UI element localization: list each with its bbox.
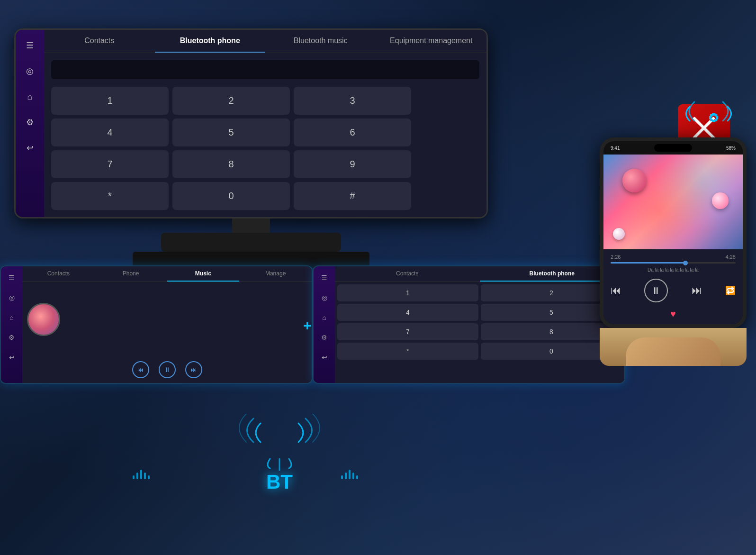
phone-time-bar: 2:26 4:28 bbox=[611, 254, 736, 260]
main-monitor: ☰ ◎ ⌂ ⚙ ↩ Contacts Bluetooth phone Bluet… bbox=[14, 28, 488, 268]
sidebar-back-icon[interactable]: ↩ bbox=[21, 139, 38, 156]
br-menu-icon[interactable]: ☰ bbox=[318, 271, 331, 284]
bl-tab-music[interactable]: Music bbox=[167, 266, 240, 282]
keypad-grid: 1 2 3 4 5 6 7 8 9 * 0 # bbox=[51, 87, 411, 210]
key-1[interactable]: 1 bbox=[51, 87, 169, 115]
plus-sign: + bbox=[303, 318, 312, 334]
sidebar-menu-icon[interactable]: ☰ bbox=[21, 37, 38, 54]
br-tab-contacts[interactable]: Contacts bbox=[335, 266, 480, 282]
main-content-area: Contacts Bluetooth phone Bluetooth music… bbox=[44, 30, 486, 217]
stand-base bbox=[161, 233, 341, 252]
phone-prev-button[interactable]: ⏮ bbox=[611, 284, 621, 297]
bl-menu-icon[interactable]: ☰ bbox=[5, 271, 18, 284]
phone-next-button[interactable]: ⏭ bbox=[692, 284, 702, 297]
br-key-7[interactable]: 7 bbox=[337, 323, 478, 340]
bl-tab-manage[interactable]: Manage bbox=[239, 266, 312, 282]
bottom-right-tab-bar: Contacts Bluetooth phone bbox=[335, 266, 624, 282]
phone-status-bar: 9:41 58% bbox=[603, 141, 743, 155]
music-area bbox=[22, 282, 312, 356]
key-star[interactable]: * bbox=[51, 182, 169, 210]
br-camera-icon[interactable]: ◎ bbox=[318, 291, 331, 304]
tab-equipment-management[interactable]: Equipment management bbox=[376, 30, 487, 53]
key-5[interactable]: 5 bbox=[172, 118, 290, 146]
tab-bluetooth-music[interactable]: Bluetooth music bbox=[265, 30, 376, 53]
pause-button[interactable]: ⏸ bbox=[159, 361, 176, 378]
next-button[interactable]: ⏭ bbox=[185, 361, 202, 378]
sidebar-settings-icon[interactable]: ⚙ bbox=[21, 114, 38, 131]
bl-home-icon[interactable]: ⌂ bbox=[5, 311, 18, 324]
monitor-stand bbox=[14, 218, 488, 268]
key-6[interactable]: 6 bbox=[294, 118, 411, 146]
phone-controls: ⏮ ⏸ ⏭ 🔁 bbox=[611, 276, 736, 305]
bt-label: BT bbox=[266, 471, 293, 493]
phone-heart-icon[interactable]: ♥ bbox=[670, 309, 676, 319]
main-sidebar: ☰ ◎ ⌂ ⚙ ↩ bbox=[16, 30, 44, 217]
tab-bluetooth-phone[interactable]: Bluetooth phone bbox=[155, 30, 266, 53]
phone-frame: 9:41 58% 2:26 4:28 Da la la la la la la … bbox=[600, 137, 747, 328]
lyrics-text: Da la la la la la la la la la bbox=[611, 267, 736, 273]
phone-repeat-icon[interactable]: 🔁 bbox=[725, 285, 736, 296]
progress-fill bbox=[611, 262, 685, 264]
vertical-signal-left bbox=[133, 470, 150, 479]
main-tab-bar: Contacts Bluetooth phone Bluetooth music… bbox=[44, 30, 486, 53]
hand-area bbox=[600, 328, 747, 366]
keypad-area: 1 2 3 4 5 6 7 8 9 * 0 # bbox=[44, 53, 486, 217]
phone-input-display bbox=[51, 60, 479, 79]
bl-settings-icon[interactable]: ⚙ bbox=[5, 331, 18, 344]
key-9[interactable]: 9 bbox=[294, 150, 411, 178]
br-back-icon[interactable]: ↩ bbox=[318, 351, 331, 364]
phone-album-art bbox=[603, 155, 743, 249]
br-key-4[interactable]: 4 bbox=[337, 304, 478, 321]
bottom-right-sidebar: ☰ ◎ ⌂ ⚙ ↩ bbox=[314, 266, 335, 383]
phone-battery: 58% bbox=[726, 146, 736, 151]
bl-tab-phone[interactable]: Phone bbox=[95, 266, 167, 282]
key-hash[interactable]: # bbox=[294, 182, 411, 210]
sidebar-camera-icon[interactable]: ◎ bbox=[21, 63, 38, 80]
tab-contacts[interactable]: Contacts bbox=[44, 30, 155, 53]
key-2[interactable]: 2 bbox=[172, 87, 290, 115]
progress-dot bbox=[683, 261, 688, 265]
bottom-left-main: Contacts Phone Music Manage ⏮ ⏸ ⏭ bbox=[22, 266, 312, 383]
album-art bbox=[27, 303, 60, 336]
monitor-screen: ☰ ◎ ⌂ ⚙ ↩ Contacts Bluetooth phone Bluet… bbox=[14, 28, 488, 218]
key-4[interactable]: 4 bbox=[51, 118, 169, 146]
stand-neck bbox=[232, 218, 270, 233]
key-0[interactable]: 0 bbox=[172, 182, 290, 210]
svg-text:⭘: ⭘ bbox=[706, 109, 721, 127]
small-keypad: 1 2 4 5 7 8 * 0 bbox=[335, 282, 624, 362]
br-key-1[interactable]: 1 bbox=[337, 284, 478, 301]
phone-pause-button[interactable]: ⏸ bbox=[644, 279, 668, 302]
elapsed-time: 2:26 bbox=[611, 254, 621, 260]
key-3[interactable]: 3 bbox=[294, 87, 411, 115]
vertical-signal-right bbox=[341, 470, 358, 479]
music-controls: ⏮ ⏸ ⏭ bbox=[22, 356, 312, 383]
br-key-star[interactable]: * bbox=[337, 343, 478, 360]
total-time: 4:28 bbox=[726, 254, 736, 260]
bl-back-icon[interactable]: ↩ bbox=[5, 351, 18, 364]
bottom-left-tab-bar: Contacts Phone Music Manage bbox=[22, 266, 312, 282]
phone-time: 9:41 bbox=[611, 146, 620, 151]
phone-music-info: 2:26 4:28 Da la la la la la la la la la … bbox=[603, 249, 743, 324]
bt-center-signal: BT bbox=[237, 414, 322, 493]
key-8[interactable]: 8 bbox=[172, 150, 290, 178]
bottom-right-main: Contacts Bluetooth phone 1 2 4 5 7 8 * 0 bbox=[335, 266, 624, 383]
bl-tab-contacts[interactable]: Contacts bbox=[22, 266, 95, 282]
sidebar-home-icon[interactable]: ⌂ bbox=[21, 88, 38, 105]
progress-bar[interactable] bbox=[611, 262, 736, 264]
pause-icon: ⏸ bbox=[651, 285, 661, 296]
br-home-icon[interactable]: ⌂ bbox=[318, 311, 331, 324]
phone-container: 9:41 58% 2:26 4:28 Da la la la la la la … bbox=[600, 137, 747, 366]
bottom-right-screen: ☰ ◎ ⌂ ⚙ ↩ Contacts Bluetooth phone 1 2 4… bbox=[313, 265, 625, 384]
bl-camera-icon[interactable]: ◎ bbox=[5, 291, 18, 304]
bottom-left-screen: ☰ ◎ ⌂ ⚙ ↩ Contacts Phone Music Manage ⏮ … bbox=[0, 265, 313, 384]
prev-button[interactable]: ⏮ bbox=[132, 361, 149, 378]
bottom-left-sidebar: ☰ ◎ ⌂ ⚙ ↩ bbox=[1, 266, 22, 383]
key-7[interactable]: 7 bbox=[51, 150, 169, 178]
br-settings-icon[interactable]: ⚙ bbox=[318, 331, 331, 344]
